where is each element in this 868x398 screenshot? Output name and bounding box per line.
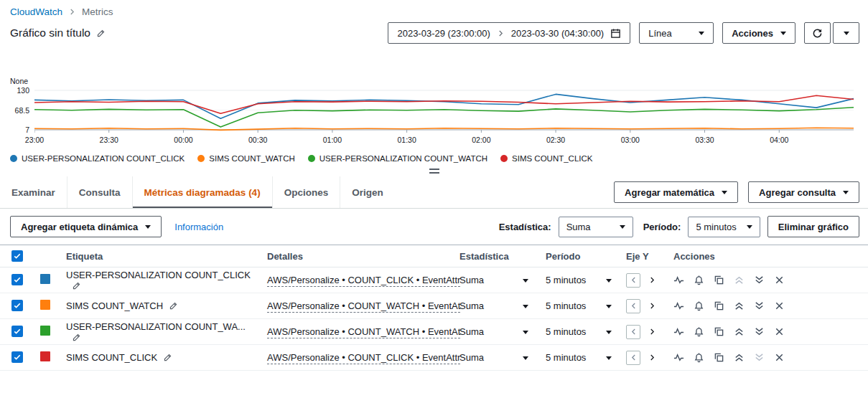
date-range-start[interactable]: 2023-03-29 (23:00:00): [397, 28, 490, 39]
edit-title-icon[interactable]: [96, 29, 106, 38]
move-up-icon: [734, 275, 745, 285]
duplicate-icon[interactable]: [714, 326, 724, 337]
graph-this-metric-icon[interactable]: [673, 300, 684, 311]
create-alarm-icon[interactable]: [694, 326, 704, 337]
column-header-eje-y: Eje Y: [620, 245, 668, 267]
y-axis-left-button[interactable]: [626, 351, 640, 365]
refresh-options-button[interactable]: [833, 22, 859, 44]
row-statistic-select[interactable]: Suma: [459, 326, 528, 337]
edit-label-icon[interactable]: [72, 333, 81, 342]
actions-menu-button[interactable]: Acciones: [722, 22, 795, 44]
legend-label: SIMS COUNT_WATCH: [209, 154, 294, 163]
metric-details[interactable]: AWS/Personalize • COUNT_WATCH • EventAt: [267, 326, 460, 338]
select-all-checkbox[interactable]: [11, 250, 23, 262]
legend-item[interactable]: USER-PERSONALIZATION COUNT_WATCH: [308, 154, 487, 163]
duplicate-icon[interactable]: [714, 352, 724, 363]
metric-label: SIMS COUNT_CLICK: [66, 352, 157, 363]
edit-label-icon[interactable]: [163, 353, 172, 362]
legend-item[interactable]: SIMS COUNT_CLICK: [500, 154, 592, 163]
create-alarm-icon[interactable]: [694, 300, 704, 311]
move-up-icon[interactable]: [734, 326, 745, 337]
row-statistic-select[interactable]: Suma: [459, 352, 528, 363]
move-up-icon[interactable]: [734, 352, 745, 363]
chevron-left-icon: [630, 354, 638, 361]
row-period-select[interactable]: 5 minutos: [546, 275, 612, 285]
tab-consulta[interactable]: Consulta: [67, 176, 132, 208]
chart-type-select[interactable]: Línea: [639, 22, 714, 44]
metric-details[interactable]: AWS/Personalize • COUNT_CLICK • EventAtt…: [267, 275, 460, 287]
row-statistic-select[interactable]: Suma: [459, 275, 528, 285]
chevron-left-icon: [630, 302, 638, 310]
caret-down-icon: [523, 356, 528, 360]
y-axis-right-button[interactable]: [645, 325, 660, 339]
statistic-select[interactable]: Suma: [559, 217, 633, 237]
move-down-icon[interactable]: [754, 326, 765, 337]
row-period-select[interactable]: 5 minutos: [546, 326, 612, 337]
remove-metric-icon[interactable]: [774, 326, 785, 337]
calendar-icon[interactable]: [610, 28, 621, 39]
breadcrumb-cloudwatch-link[interactable]: CloudWatch: [10, 6, 62, 17]
caret-down-icon: [780, 32, 786, 35]
add-query-button[interactable]: Agregar consulta: [748, 181, 859, 203]
y-tick-label: 7: [25, 125, 29, 134]
move-down-icon[interactable]: [754, 300, 765, 311]
chevron-left-icon: [630, 328, 638, 336]
y-axis-left-button[interactable]: [626, 325, 640, 339]
y-axis-left-button[interactable]: [626, 273, 640, 288]
move-up-icon[interactable]: [734, 300, 745, 311]
remove-metric-icon[interactable]: [774, 352, 785, 363]
x-tick-label: 04:00: [770, 136, 788, 144]
move-down-icon[interactable]: [754, 275, 765, 285]
y-axis-right-button[interactable]: [645, 299, 660, 313]
metric-details[interactable]: AWS/Personalize • COUNT_CLICK • EventAtt…: [267, 352, 460, 364]
edit-label-icon[interactable]: [169, 301, 178, 311]
create-alarm-icon[interactable]: [694, 275, 704, 285]
legend-item[interactable]: SIMS COUNT_WATCH: [197, 154, 294, 163]
caret-down-icon: [523, 305, 528, 308]
duplicate-icon[interactable]: [714, 275, 724, 285]
date-range-end[interactable]: 2023-03-30 (04:30:00): [511, 28, 604, 39]
chevron-left-icon: [630, 276, 638, 284]
refresh-button[interactable]: [804, 22, 831, 44]
metric-chart: None 13068.57 23:0023:3000:0000:3001:000…: [0, 48, 868, 163]
plot-area: [34, 87, 854, 133]
y-axis-right-button[interactable]: [645, 273, 660, 288]
tab-metricas-diagramadas[interactable]: Métricas diagramadas (4): [132, 176, 272, 208]
duplicate-icon[interactable]: [714, 300, 724, 311]
chevron-right-icon: [648, 354, 656, 361]
info-link[interactable]: Información: [174, 222, 223, 232]
resize-handle[interactable]: [429, 169, 439, 174]
legend-dot-icon: [308, 155, 315, 162]
row-checkbox[interactable]: [11, 300, 23, 311]
tab-origen[interactable]: Origen: [340, 176, 395, 208]
row-checkbox[interactable]: [11, 326, 23, 337]
y-axis-left-button[interactable]: [626, 299, 640, 313]
y-axis-right-button[interactable]: [645, 351, 660, 365]
date-range-picker[interactable]: 2023-03-29 (23:00:00) 2023-03-30 (04:30:…: [388, 22, 630, 44]
caret-down-icon: [523, 279, 528, 283]
delete-graph-button[interactable]: Eliminar gráfico: [767, 216, 859, 237]
remove-metric-icon[interactable]: [774, 275, 785, 285]
create-alarm-icon[interactable]: [694, 352, 704, 363]
add-math-button[interactable]: Agregar matemática: [614, 181, 738, 203]
row-statistic-select[interactable]: Suma: [459, 300, 528, 311]
graph-this-metric-icon[interactable]: [673, 275, 684, 285]
graph-this-metric-icon[interactable]: [673, 352, 684, 363]
remove-metric-icon[interactable]: [774, 300, 785, 311]
row-checkbox[interactable]: [11, 274, 23, 285]
table-header-row: Etiqueta Detalles Estadística Período Ej…: [0, 245, 868, 267]
add-dynamic-label-button[interactable]: Agregar etiqueta dinámica: [10, 216, 162, 237]
row-period-select[interactable]: 5 minutos: [546, 352, 612, 363]
tab-opciones[interactable]: Opciones: [272, 176, 340, 208]
graph-this-metric-icon[interactable]: [673, 326, 684, 337]
row-period-select[interactable]: 5 minutos: [546, 300, 612, 311]
tab-examinar[interactable]: Examinar: [10, 176, 67, 208]
x-tick-label: 23:00: [25, 136, 44, 144]
edit-label-icon[interactable]: [72, 281, 81, 290]
period-select[interactable]: 5 minutos: [688, 217, 760, 237]
breadcrumb-separator-icon: [68, 8, 76, 16]
metric-details[interactable]: AWS/Personalize • COUNT_WATCH • EventAt: [267, 300, 460, 313]
row-checkbox[interactable]: [11, 351, 23, 363]
legend-item[interactable]: USER-PERSONALIZATION COUNT_CLICK: [10, 154, 185, 163]
caret-down-icon: [606, 356, 612, 360]
